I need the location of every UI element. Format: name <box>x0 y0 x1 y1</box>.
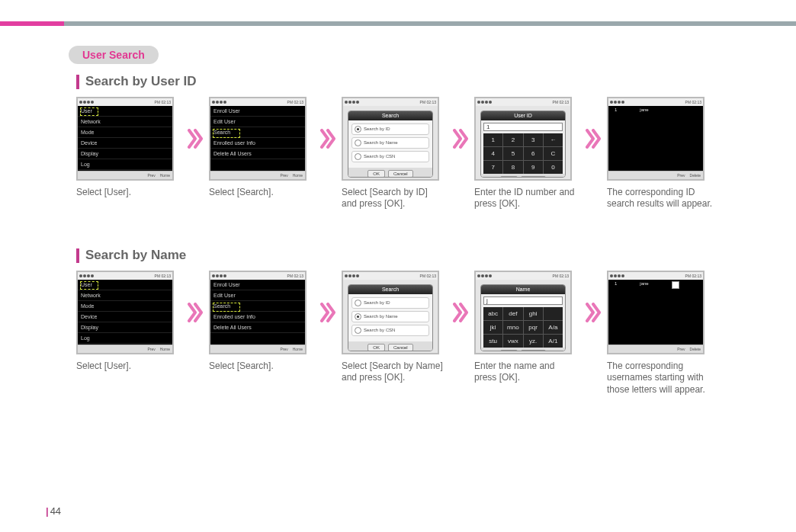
arrow-icon <box>316 271 342 354</box>
arrow-icon <box>183 97 209 181</box>
thumb-userid-dialog: PM 02:13 User ID 1 123← 456C 7890 OKCanc… <box>474 97 572 181</box>
section-title-by-name: Search by Name <box>76 248 796 263</box>
thumb-search-dialog: PM 02:13 Search Search by ID Search by N… <box>342 97 439 181</box>
thumb-user-menu: PM 02:13 Enroll User Edit User Search En… <box>209 97 307 181</box>
step-caption: Select [Search]. <box>209 361 316 373</box>
step: PM 02:13 Enroll User Edit User Search En… <box>209 97 316 199</box>
top-bar <box>0 21 796 26</box>
step: PM 02:13 Search Search by ID Search by N… <box>342 271 448 384</box>
thumb-main-menu: PM 02:13 User Network Mode Device Displa… <box>76 97 174 181</box>
page-content: User Search Search by User ID PM 02:13 U… <box>0 0 796 396</box>
step: PM 02:13 User Network Mode Device Displa… <box>76 97 183 199</box>
arrow-icon <box>448 97 474 181</box>
step: PM 02:13 Name j abcdefghi jklmnopqrA/a s… <box>474 271 581 384</box>
step-caption: Select [User]. <box>76 187 183 199</box>
arrow-icon <box>448 271 474 354</box>
step-caption: Enter the ID number and press [OK]. <box>474 187 581 210</box>
step-caption: Select [Search by ID] and press [OK]. <box>342 187 448 210</box>
arrow-icon <box>581 271 607 354</box>
step: PM 02:13 User Network Mode Device Displa… <box>76 271 183 373</box>
thumb-user-menu: PM 02:13 Enroll User Edit User Search En… <box>209 271 307 354</box>
step-caption: Select [Search]. <box>209 187 316 199</box>
step: PM 02:13 User ID 1 123← 456C 7890 OKCanc… <box>474 97 581 210</box>
step-caption: The corresponding usernames starting wit… <box>607 361 729 396</box>
arrow-icon <box>316 97 342 181</box>
steps-row-by-name: PM 02:13 User Network Mode Device Displa… <box>76 271 796 396</box>
thumb-name-dialog: PM 02:13 Name j abcdefghi jklmnopqrA/a s… <box>474 271 572 354</box>
badge-label: User Search <box>82 49 145 61</box>
section-badge: User Search <box>69 46 159 64</box>
thumb-search-dialog: PM 02:13 Search Search by ID Search by N… <box>342 271 439 354</box>
section-title-by-id: Search by User ID <box>76 75 796 89</box>
arrow-icon <box>183 271 209 354</box>
step: PM 02:13 Search Search by ID Search by N… <box>342 97 448 210</box>
step: PM 02:13 1jane PrevDelete The correspond… <box>607 271 729 396</box>
step-caption: Enter the name and press [OK]. <box>474 361 581 384</box>
thumb-result: PM 02:13 1jane PrevDelete <box>607 271 705 354</box>
thumb-result: PM 02:13 1jane PrevDelete <box>607 97 705 181</box>
arrow-icon <box>581 97 607 181</box>
thumb-main-menu: PM 02:13 User Network Mode Device Displa… <box>76 271 174 354</box>
page-number: |44 <box>46 505 61 517</box>
step: PM 02:13 1jane PrevDelete The correspond… <box>607 97 729 210</box>
steps-row-by-id: PM 02:13 User Network Mode Device Displa… <box>76 97 796 210</box>
step-caption: The corresponding ID search results will… <box>607 187 729 210</box>
step: PM 02:13 Enroll User Edit User Search En… <box>209 271 316 373</box>
step-caption: Select [User]. <box>76 361 183 373</box>
step-caption: Select [Search by Name] and press [OK]. <box>342 361 448 384</box>
